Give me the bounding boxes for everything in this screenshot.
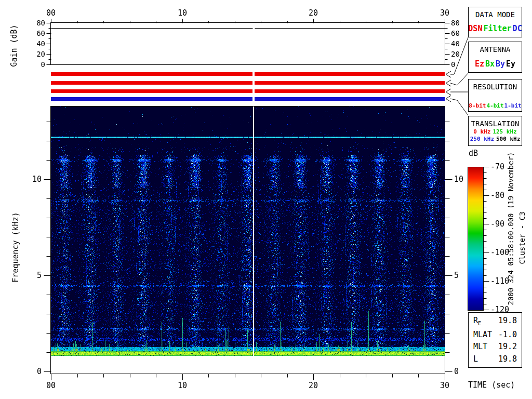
colorbar-tick-label: -70 [490,163,504,171]
ephemeris-label: MLAT [473,331,492,339]
data-gap [252,81,255,85]
value-250-khz: 250 kHz [470,136,494,142]
ephemeris-row: RE19.8 [469,317,522,326]
gain-axis-label: Gain (dB) [9,24,19,66]
value-ez: Ez [475,59,484,69]
colorbar-tick-label: -120 [490,306,509,314]
gain-tick-label-left: 0 [41,61,45,68]
translation-bar [51,97,445,101]
freq-tick-label-left: 5 [37,272,42,280]
gain-tick-label-right: 40 [451,40,460,47]
resolution-title: RESOLUTION [473,79,517,91]
time-axis-label: TIME (sec) [468,381,515,389]
gain-tick-label-right: 80 [451,19,460,26]
time-tick-label-top: 00 [46,9,56,17]
value-bx: Bx [485,59,495,69]
spacecraft-text: Cluster - C3 [518,211,526,264]
time-tick-label-bottom: 20 [309,382,318,390]
data-gap [252,97,255,101]
value-by: By [496,59,505,69]
data-mode-values: DSNFilterDC [468,24,522,37]
ephemeris-label: MLT [473,343,487,351]
antenna-bar [51,81,445,85]
data-mode-bar [51,72,445,76]
resolution-values: 8-bit4-bit1-bit [469,102,521,111]
spectrogram-canvas [51,107,445,374]
gain-tick-label-right: 60 [451,30,460,37]
freq-tick-label-right: 0 [454,368,459,376]
translation-row: 0 kHz125 kHz [470,128,521,136]
value-125-khz: 125 kHz [493,128,516,135]
bar-connectors [446,37,468,115]
colorbar-tick-label: -110 [490,277,509,285]
time-tick-label-bottom: 00 [46,382,56,390]
resolution-bar [51,89,445,93]
data-mode-box: DATA MODE DSNFilterDC [468,7,522,37]
arrow-left-icon [446,80,451,86]
connector-translation [450,99,468,115]
colorbar-tick-label: -80 [490,192,504,200]
gain-tick-label-right: 20 [451,50,460,58]
connector-antenna [450,73,468,85]
ephemeris-row: MLAT-1.0 [469,331,522,339]
value-dsn: DSN [468,24,482,33]
arrow-left-icon [446,96,451,102]
value-1-bit: 1-bit [504,102,522,109]
value-dc: DC [513,24,522,33]
colorbar-unit-label: dB [469,150,478,157]
gain-tick-label-left: 80 [36,19,45,26]
value-ey: Ey [506,59,515,69]
time-tick-label-top: 10 [178,9,187,17]
ephemeris-value: -1.0 [498,331,517,339]
value-0-khz: 0 kHz [473,128,490,135]
gain-plot-frame [51,23,445,65]
time-tick-label-bottom: 10 [178,382,187,390]
gain-tick-label-left: 40 [36,40,45,47]
freq-tick-label-right: 10 [454,176,463,183]
ephemeris-value: 19.2 [498,343,517,351]
value-8-bit: 8-bit [469,102,486,109]
translation-box: TRANSLATION 0 kHz125 kHz250 kHz500 kHz [468,116,522,146]
value-filter: Filter [483,24,511,33]
arrow-left-icon [446,89,451,95]
time-tick-label-top: 20 [309,9,318,17]
colorbar [468,167,484,311]
antenna-title: ANTENNA [480,42,510,54]
translation-row: 250 kHz500 kHz [470,136,521,143]
wbd-spectrogram-display: Gain (dB) Frequency (kHz) DATA MODE DSNF… [0,0,532,399]
value-500-khz: 500 kHz [496,136,520,142]
frequency-axis-label: Frequency (kHz) [11,212,20,282]
gain-tick-label-right: 0 [451,61,455,68]
data-mode-title: DATA MODE [475,7,515,19]
freq-tick-label-left: 10 [32,176,42,183]
arrow-left-icon [446,71,451,77]
ephemeris-label: RE [473,317,481,326]
ephemeris-label: L [473,355,478,363]
gain-tick-label-left: 20 [36,50,45,58]
translation-title: TRANSLATION [471,116,520,128]
colorbar-tick-label: -100 [490,249,509,257]
data-gap [252,72,255,76]
time-tick-label-top: 30 [440,9,449,17]
data-gap [252,89,255,93]
resolution-box: RESOLUTION 8-bit4-bit1-bit [468,79,522,112]
freq-tick-label-right: 5 [454,272,459,280]
ephemeris-box: RE19.8MLAT-1.0MLT19.2L19.8 [468,312,522,368]
colorbar-tick-label: -90 [490,220,504,228]
translation-values: 0 kHz125 kHz250 kHz500 kHz [470,128,521,145]
gain-tick-label-left: 60 [36,30,45,37]
antenna-values: EzBxByEy [475,59,515,72]
ephemeris-row: MLT19.2 [469,343,522,351]
ephemeris-value: 19.8 [498,317,517,326]
ephemeris-value: 19.8 [498,355,517,363]
freq-tick-label-left: 0 [37,368,42,376]
antenna-box: ANTENNA EzBxByEy [468,42,522,73]
ephemeris-row: L19.8 [469,355,522,363]
value-4-bit: 4-bit [486,102,503,109]
time-tick-label-bottom: 30 [440,382,449,390]
